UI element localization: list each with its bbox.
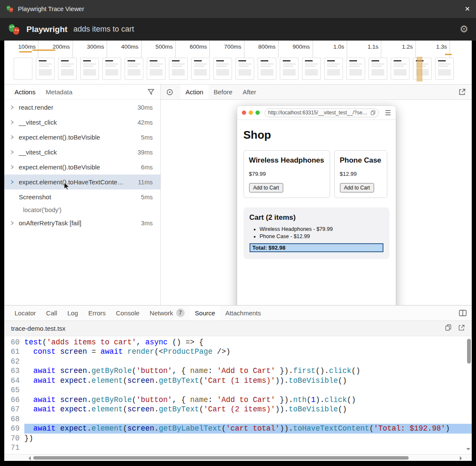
code-line[interactable]: 63 await screen.getByRole('button', { na… [4, 366, 472, 376]
scroll-down-arrow-icon[interactable] [466, 448, 470, 452]
action-label: expect.element().toBeVisible [19, 134, 100, 141]
line-number: 64 [4, 376, 24, 386]
timeline-thumbnail[interactable] [125, 58, 143, 80]
code-line[interactable]: 71 [4, 443, 472, 453]
cart-title: Cart (2 items) [250, 213, 383, 222]
code-line[interactable]: 64 await expect.element(screen.getByText… [4, 376, 472, 386]
add-to-cart-button[interactable]: Add to Cart [340, 183, 374, 192]
vertical-scrollbar[interactable] [466, 336, 472, 454]
gear-icon[interactable]: ⚙ [459, 24, 468, 34]
code-line[interactable]: 70}) [4, 434, 472, 443]
scroll-left-arrow-icon[interactable] [26, 456, 31, 460]
code-content: await expect.element(screen.getByText('C… [24, 405, 472, 414]
code-line[interactable]: 69 await expect.element(screen.getByLabe… [4, 424, 472, 434]
action-row[interactable]: Screenshot5ms [4, 189, 160, 204]
code-line[interactable]: 62 [4, 357, 472, 367]
tab-call[interactable]: Call [41, 306, 62, 320]
timeline-thumbnail[interactable] [302, 58, 321, 80]
vertical-scrollbar-thumb[interactable] [467, 339, 471, 364]
code-token [56, 405, 61, 414]
timeline-thumbnail[interactable] [80, 58, 99, 80]
action-row[interactable]: __vitest_click42ms [4, 115, 160, 130]
code-line[interactable]: 67 await expect.element(screen.getByText… [4, 405, 472, 414]
source-code-view[interactable]: 60test('adds items to cart', async () =>… [4, 336, 472, 454]
tab-console[interactable]: Console [111, 306, 145, 320]
code-token: : [208, 396, 217, 404]
code-token: 'adds items to cart' [47, 338, 136, 347]
tab-errors[interactable]: Errors [83, 306, 111, 320]
code-token: , [136, 338, 145, 347]
code-token: (< [154, 347, 163, 356]
timeline-thumbnail[interactable] [324, 58, 343, 80]
code-token: . [87, 396, 92, 404]
timeline-thumbnail[interactable] [280, 58, 299, 80]
tab-locator[interactable]: Locator [9, 306, 41, 320]
action-row[interactable]: expect.element().toBeVisible5ms [4, 130, 160, 145]
timeline-filmstrip[interactable] [4, 58, 472, 80]
code-line[interactable]: 66 await screen.getByRole('button', { na… [4, 395, 472, 405]
timeline-thumbnail[interactable] [213, 58, 232, 80]
timeline-thumbnail[interactable] [235, 58, 254, 80]
timeline-thumbnail[interactable] [14, 58, 32, 80]
tab-log[interactable]: Log [62, 306, 83, 320]
action-row[interactable]: expect.element().toHaveTextConte…11ms [4, 175, 160, 189]
code-line[interactable]: 68 [4, 414, 472, 424]
tab-action[interactable]: Action [180, 84, 209, 99]
timeline-thumbnail[interactable] [102, 58, 121, 80]
code-token: 'Cart (2 items)' [203, 405, 275, 414]
timeline-thumbnail[interactable] [369, 58, 387, 80]
tab-actions[interactable]: Actions [9, 84, 41, 99]
timeline[interactable]: 100ms200ms300ms400ms500ms600ms700ms800ms… [4, 41, 472, 84]
timeline-thumbnail[interactable] [435, 58, 454, 80]
tab-attachments[interactable]: Attachments [220, 306, 266, 320]
copy-url-icon[interactable] [371, 110, 375, 115]
code-line[interactable]: 60test('adds items to cart', async () =>… [4, 338, 472, 347]
pick-locator-icon[interactable] [166, 88, 174, 96]
code-token: = [87, 347, 101, 356]
timeline-tick-label: 1.2s [381, 41, 415, 58]
code-line[interactable]: 65 [4, 385, 472, 395]
code-line[interactable]: 61 const screen = await render(<ProductP… [4, 347, 472, 357]
scroll-right-arrow-icon[interactable] [460, 456, 464, 460]
tab-before[interactable]: Before [209, 84, 238, 99]
timeline-thumbnail[interactable] [391, 58, 409, 80]
timeline-thumbnail[interactable] [147, 58, 165, 80]
tab-metadata[interactable]: Metadata [41, 84, 78, 99]
action-row[interactable]: expect.element().toBeVisible6ms [4, 160, 160, 175]
product-list: Wireless Headphones$79.99Add to CartPhon… [244, 150, 389, 198]
action-locator-subrow[interactable]: locator('body') [4, 204, 160, 216]
tab-source[interactable]: Source [190, 306, 221, 320]
code-token: 'button' [136, 367, 172, 375]
browser-menu-icon[interactable]: ☰ [385, 109, 391, 117]
code-token [56, 367, 61, 375]
code-token: () => { [168, 338, 203, 347]
filter-icon[interactable] [148, 89, 154, 95]
code-token [24, 367, 33, 375]
action-row[interactable]: onAfterRetryTask [fail]3ms [4, 216, 160, 230]
action-row[interactable]: react.render30ms [4, 100, 160, 115]
timeline-selection-band[interactable] [417, 57, 422, 82]
open-external-icon[interactable] [459, 88, 466, 96]
close-icon[interactable]: ✕ [464, 5, 470, 13]
timeline-thumbnail[interactable] [191, 58, 210, 80]
open-source-external-icon[interactable] [458, 324, 465, 332]
window-title: Playwright Trace Viewer [18, 6, 84, 12]
timeline-thumbnail[interactable] [169, 58, 188, 80]
timeline-thumbnail[interactable] [58, 58, 77, 80]
horizontal-scrollbar-thumb[interactable] [33, 456, 409, 460]
timeline-thumbnail[interactable] [36, 58, 55, 80]
address-bar[interactable]: http://localhost:63315/__vitest_test__/?… [264, 108, 380, 117]
tab-network[interactable]: Network7 [145, 306, 190, 320]
timeline-thumbnail[interactable] [346, 58, 365, 80]
line-number: 62 [4, 357, 24, 367]
timeline-thumbnail[interactable] [413, 58, 432, 80]
traffic-light-red-icon [242, 111, 246, 115]
horizontal-scrollbar[interactable] [4, 454, 472, 461]
layout-columns-icon[interactable] [459, 306, 467, 320]
chevron-right-icon [10, 105, 15, 110]
tab-after[interactable]: After [238, 84, 261, 99]
copy-source-icon[interactable] [445, 324, 451, 332]
timeline-thumbnail[interactable] [258, 58, 276, 80]
action-row[interactable]: __vitest_click39ms [4, 145, 160, 160]
add-to-cart-button[interactable]: Add to Cart [249, 183, 284, 192]
